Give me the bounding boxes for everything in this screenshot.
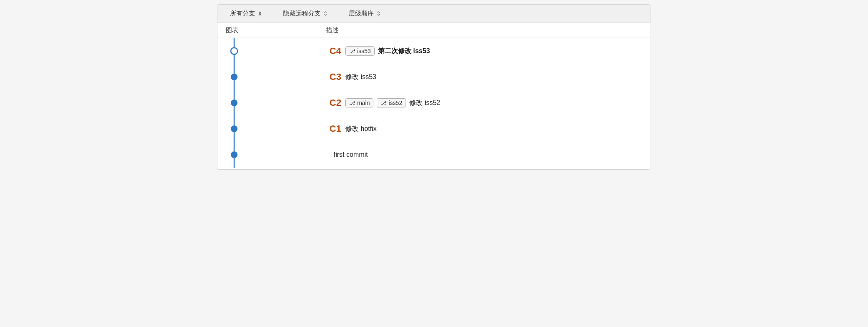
branch-badge-iss53: ⎇ iss53 <box>345 46 375 56</box>
graph-svg-col <box>226 38 326 169</box>
commit-row-c1: C1 修改 hotfix <box>326 116 642 142</box>
commit-id-c4: C4 <box>329 46 341 56</box>
column-headers: 图表 描述 <box>217 23 651 38</box>
all-branches-select[interactable]: 所有分支 ⇕ <box>226 8 266 19</box>
branch-icon-main: ⎇ <box>349 100 355 106</box>
hide-remote-chevron: ⇕ <box>323 10 328 17</box>
commit-id-c2: C2 <box>329 97 341 108</box>
hierarchy-select[interactable]: 层级顺序 ⇕ <box>345 8 385 19</box>
commit-msg-c2: 修改 iss52 <box>409 99 440 107</box>
commit-msg-c1: 修改 hotfix <box>345 125 377 133</box>
branch-name-iss52: iss52 <box>388 100 402 106</box>
commit-graph-svg <box>226 38 251 168</box>
commit-msg-c4: 第二次修改 iss53 <box>378 47 430 56</box>
toolbar: 所有分支 ⇕ 隐藏远程分支 ⇕ 层级顺序 ⇕ <box>217 5 651 23</box>
commit-id-c1: C1 <box>329 123 341 134</box>
desc-c3: 修改 iss53 <box>345 73 376 82</box>
desc-c4: ⎇ iss53 第二次修改 iss53 <box>345 46 430 56</box>
branch-name-iss53: iss53 <box>357 48 371 54</box>
hide-remote-label: 隐藏远程分支 <box>283 10 321 18</box>
hide-remote-select[interactable]: 隐藏远程分支 ⇕ <box>279 8 332 19</box>
commit-msg-initial: first commit <box>334 151 368 158</box>
commits-list: C4 ⎇ iss53 第二次修改 iss53 C3 修改 iss53 <box>217 38 651 169</box>
branch-name-main: main <box>357 100 370 106</box>
col-desc-header: 描述 <box>326 26 339 34</box>
desc-initial: first commit <box>334 151 368 158</box>
hierarchy-chevron: ⇕ <box>376 10 381 17</box>
branch-badge-main: ⎇ main <box>345 98 373 107</box>
branch-badge-iss52: ⎇ iss52 <box>377 98 406 107</box>
svg-point-3 <box>231 100 237 106</box>
branch-icon-iss53: ⎇ <box>349 48 355 54</box>
commit-rows-content: C4 ⎇ iss53 第二次修改 iss53 C3 修改 iss53 <box>326 38 642 169</box>
commit-msg-c3: 修改 iss53 <box>345 73 376 82</box>
svg-point-5 <box>231 152 237 158</box>
commit-row-c4: C4 ⎇ iss53 第二次修改 iss53 <box>326 38 642 64</box>
desc-c1: 修改 hotfix <box>345 125 377 133</box>
desc-c2: ⎇ main ⎇ iss52 修改 iss52 <box>345 98 440 107</box>
all-branches-chevron: ⇕ <box>258 10 262 17</box>
svg-point-1 <box>231 48 237 54</box>
svg-point-4 <box>231 126 237 132</box>
commit-id-c3: C3 <box>329 72 341 82</box>
col-graph-header: 图表 <box>226 26 326 34</box>
commit-row-c2: C2 ⎇ main ⎇ iss52 修改 iss52 <box>326 90 642 116</box>
app-window: 所有分支 ⇕ 隐藏远程分支 ⇕ 层级顺序 ⇕ 图表 描述 <box>217 4 651 170</box>
svg-point-2 <box>231 74 237 80</box>
commit-row-initial: first commit <box>326 142 642 168</box>
branch-icon-iss52: ⎇ <box>380 100 387 106</box>
hierarchy-label: 层级顺序 <box>349 10 374 18</box>
all-branches-label: 所有分支 <box>230 10 255 18</box>
commit-row-c3: C3 修改 iss53 <box>326 64 642 90</box>
